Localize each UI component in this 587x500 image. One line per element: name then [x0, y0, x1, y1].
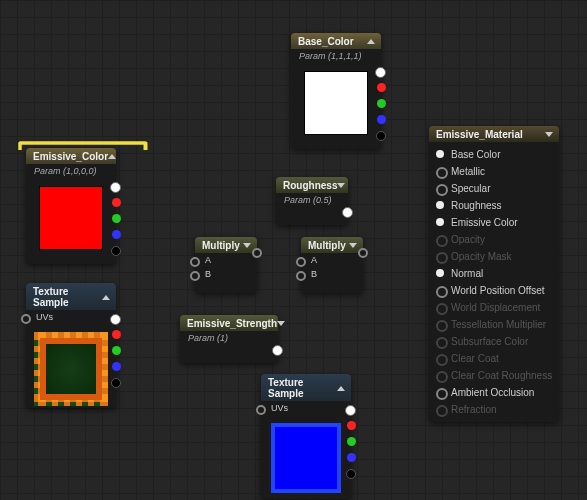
input-pin-uvs[interactable] [256, 405, 266, 415]
node-header[interactable]: Emissive_Material [429, 126, 559, 142]
collapse-arrow-icon[interactable] [337, 183, 345, 188]
output-pin-b[interactable] [347, 453, 356, 462]
output-pin-r[interactable] [347, 421, 356, 430]
material-input-normal[interactable]: Normal [429, 265, 559, 282]
output-pin-b[interactable] [377, 115, 386, 124]
material-input-ambient-occlusion[interactable]: Ambient Occlusion [429, 384, 559, 401]
material-input-metallic[interactable]: Metallic [429, 163, 559, 180]
material-pin-icon[interactable] [436, 184, 448, 196]
node-emissive-strength[interactable]: Emissive_Strength Param (1) [180, 315, 278, 363]
pin-label-uvs: UVs [36, 312, 53, 322]
output-pin[interactable] [272, 345, 283, 356]
output-pin-r[interactable] [377, 83, 386, 92]
material-input-label: Roughness [451, 200, 502, 211]
output-pin-r[interactable] [112, 198, 121, 207]
input-pin-b[interactable] [296, 271, 306, 281]
node-header[interactable]: Emissive_Color [26, 148, 116, 164]
node-title: Emissive_Color [33, 151, 108, 162]
node-header[interactable]: Multiply [195, 237, 257, 253]
collapse-arrow-icon[interactable] [367, 39, 375, 44]
material-input-label: Opacity Mask [451, 251, 512, 262]
collapse-arrow-icon[interactable] [545, 132, 553, 137]
material-pin-icon[interactable] [436, 218, 444, 226]
node-header[interactable]: Roughness [276, 177, 348, 193]
output-pin-a[interactable] [111, 378, 121, 388]
material-pin-icon [436, 354, 448, 366]
material-input-label: Opacity [451, 234, 485, 245]
node-material-output[interactable]: Emissive_Material Base ColorMetallicSpec… [429, 126, 559, 422]
material-pin-icon[interactable] [436, 201, 444, 209]
material-input-opacity-mask: Opacity Mask [429, 248, 559, 265]
node-subtitle: Param (0.5) [276, 193, 348, 207]
output-pin[interactable] [252, 248, 262, 258]
material-input-world-position-offset[interactable]: World Position Offset [429, 282, 559, 299]
texture-preview [34, 332, 108, 406]
node-header[interactable]: Emissive_Strength [180, 315, 278, 331]
pin-label-b: B [205, 269, 211, 279]
material-input-label: Tessellation Multiplier [451, 319, 546, 330]
node-header[interactable]: Multiply [301, 237, 363, 253]
output-pin-a[interactable] [376, 131, 386, 141]
collapse-arrow-icon[interactable] [243, 243, 251, 248]
input-pin-a[interactable] [190, 257, 200, 267]
output-pin[interactable] [342, 207, 353, 218]
output-pin-r[interactable] [112, 330, 121, 339]
input-pin-b[interactable] [190, 271, 200, 281]
output-pin-g[interactable] [377, 99, 386, 108]
material-pin-icon[interactable] [436, 269, 444, 277]
node-base-color[interactable]: Base_Color Param (1,1,1,1) [291, 33, 381, 149]
material-pin-icon[interactable] [436, 388, 448, 400]
material-input-refraction: Refraction [429, 401, 559, 418]
output-pin-rgba[interactable] [375, 67, 386, 78]
node-multiply-1[interactable]: Multiply A B [195, 237, 257, 293]
node-subtitle: Param (1) [180, 331, 278, 345]
output-pin-g[interactable] [112, 214, 121, 223]
node-title: Multiply [202, 240, 240, 251]
node-roughness[interactable]: Roughness Param (0.5) [276, 177, 348, 225]
output-pin-rgba[interactable] [345, 405, 356, 416]
node-emissive-color[interactable]: Emissive_Color Param (1,0,0,0) [26, 148, 116, 264]
collapse-arrow-icon[interactable] [108, 154, 116, 159]
node-header[interactable]: Texture Sample [261, 374, 351, 401]
material-pin-icon[interactable] [436, 286, 448, 298]
output-pin-a[interactable] [111, 246, 121, 256]
output-pin[interactable] [358, 248, 368, 258]
collapse-arrow-icon[interactable] [102, 295, 110, 300]
material-input-label: Refraction [451, 404, 497, 415]
material-input-emissive-color[interactable]: Emissive Color [429, 214, 559, 231]
node-title: Texture Sample [268, 377, 337, 399]
pin-label-a: A [311, 255, 317, 265]
input-pin-a[interactable] [296, 257, 306, 267]
material-input-tessellation-multiplier: Tessellation Multiplier [429, 316, 559, 333]
collapse-arrow-icon[interactable] [337, 386, 345, 391]
input-pin-uvs[interactable] [21, 314, 31, 324]
collapse-arrow-icon[interactable] [349, 243, 357, 248]
output-pin-rgba[interactable] [110, 314, 121, 325]
material-pin-icon [436, 405, 448, 417]
output-pin-b[interactable] [112, 362, 121, 371]
material-pin-icon[interactable] [436, 150, 444, 158]
material-graph-viewport[interactable]: { "nodes": { "base_color": { "title":"Ba… [0, 0, 587, 500]
node-header[interactable]: Base_Color [291, 33, 381, 49]
node-subtitle: Param (1,1,1,1) [291, 49, 381, 63]
node-header[interactable]: Texture Sample [26, 283, 116, 310]
collapse-arrow-icon[interactable] [277, 321, 285, 326]
output-pin-g[interactable] [347, 437, 356, 446]
texture-preview [271, 423, 341, 493]
output-pin-b[interactable] [112, 230, 121, 239]
node-multiply-2[interactable]: Multiply A B [301, 237, 363, 293]
output-pin-g[interactable] [112, 346, 121, 355]
node-title: Texture Sample [33, 286, 102, 308]
material-input-base-color[interactable]: Base Color [429, 146, 559, 163]
material-input-specular[interactable]: Specular [429, 180, 559, 197]
node-texture-sample-2[interactable]: Texture Sample UVs [261, 374, 351, 499]
material-pin-icon[interactable] [436, 167, 448, 179]
material-input-roughness[interactable]: Roughness [429, 197, 559, 214]
node-texture-sample-1[interactable]: Texture Sample UVs [26, 283, 116, 408]
output-pin-rgba[interactable] [110, 182, 121, 193]
material-input-label: World Position Offset [451, 285, 545, 296]
material-input-clear-coat-roughness: Clear Coat Roughness [429, 367, 559, 384]
node-title: Roughness [283, 180, 337, 191]
material-input-label: Normal [451, 268, 483, 279]
output-pin-a[interactable] [346, 469, 356, 479]
